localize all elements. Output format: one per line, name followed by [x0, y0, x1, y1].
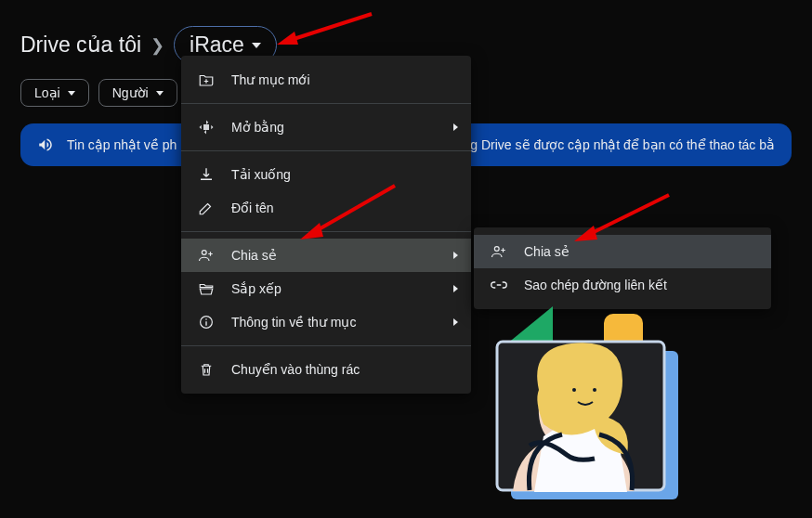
filter-people[interactable]: Người — [98, 79, 177, 107]
menu-item-download[interactable]: Tải xuống — [181, 158, 471, 191]
menu-divider — [181, 231, 471, 232]
trash-icon — [196, 361, 216, 378]
svg-point-0 — [202, 251, 206, 255]
menu-divider — [181, 103, 471, 104]
menu-divider — [181, 345, 471, 346]
banner-text-before: Tin cập nhật về ph — [67, 137, 177, 152]
caret-down-icon — [156, 91, 164, 96]
submenu-label: Chia sẻ — [524, 244, 570, 259]
banner-text-after: trong Drive sẽ được cập nhật để bạn có t… — [448, 137, 775, 152]
pencil-icon — [196, 200, 216, 216]
submenu-label: Sao chép đường liên kết — [524, 278, 667, 292]
filter-type[interactable]: Loại — [20, 79, 89, 107]
chevron-right-icon — [453, 285, 458, 292]
menu-label: Thông tin về thư mục — [231, 315, 356, 330]
menu-divider — [181, 150, 471, 151]
link-icon — [489, 277, 509, 293]
svg-rect-13 — [497, 342, 664, 490]
folder-open-icon — [196, 280, 216, 297]
submenu-item-share[interactable]: Chia sẻ — [474, 235, 771, 268]
menu-label: Đổi tên — [231, 201, 274, 215]
info-icon — [196, 314, 216, 330]
menu-label: Chia sẻ — [231, 248, 277, 263]
svg-point-3 — [494, 247, 499, 252]
svg-marker-10 — [502, 306, 553, 362]
filter-people-label: Người — [112, 85, 149, 100]
breadcrumb-current-label: iRace — [190, 32, 244, 58]
menu-label: Mở bằng — [231, 120, 284, 135]
menu-item-new-folder[interactable]: Thư mục mới — [181, 63, 471, 97]
person-add-icon — [489, 243, 509, 260]
menu-item-share[interactable]: Chia sẻ — [181, 239, 471, 272]
menu-item-trash[interactable]: Chuyển vào thùng rác — [181, 353, 471, 386]
breadcrumb-root[interactable]: Drive của tôi — [20, 32, 141, 58]
chevron-right-icon — [453, 318, 458, 326]
chevron-right-icon: ❯ — [151, 35, 164, 56]
chevron-right-icon — [453, 123, 458, 131]
menu-item-organize[interactable]: Sắp xếp — [181, 272, 471, 305]
caret-down-icon — [68, 91, 75, 96]
menu-label: Thư mục mới — [231, 72, 310, 87]
new-folder-icon — [196, 71, 216, 88]
share-submenu: Chia sẻ Sao chép đường liên kết — [474, 227, 771, 309]
svg-point-2 — [205, 318, 207, 320]
menu-label: Tải xuống — [231, 167, 291, 182]
menu-label: Sắp xếp — [231, 281, 282, 296]
submenu-item-copy-link[interactable]: Sao chép đường liên kết — [474, 268, 771, 302]
download-icon — [196, 166, 216, 183]
chevron-right-icon — [453, 252, 458, 259]
menu-item-rename[interactable]: Đổi tên — [181, 191, 471, 225]
caret-down-icon — [252, 43, 261, 48]
open-with-icon — [196, 119, 216, 136]
svg-point-14 — [572, 388, 576, 392]
menu-item-open-with[interactable]: Mở bằng — [181, 110, 471, 144]
svg-rect-11 — [604, 314, 643, 353]
megaphone-icon — [37, 136, 54, 153]
menu-item-folder-info[interactable]: Thông tin về thư mục — [181, 305, 471, 339]
person-add-icon — [196, 247, 216, 264]
svg-rect-12 — [511, 351, 678, 499]
svg-point-15 — [593, 388, 596, 392]
menu-label: Chuyển vào thùng rác — [231, 362, 360, 377]
illustration — [474, 297, 706, 511]
filter-type-label: Loại — [34, 85, 60, 100]
context-menu: Thư mục mới Mở bằng Tải xuống Đổi tên Ch… — [181, 56, 471, 394]
